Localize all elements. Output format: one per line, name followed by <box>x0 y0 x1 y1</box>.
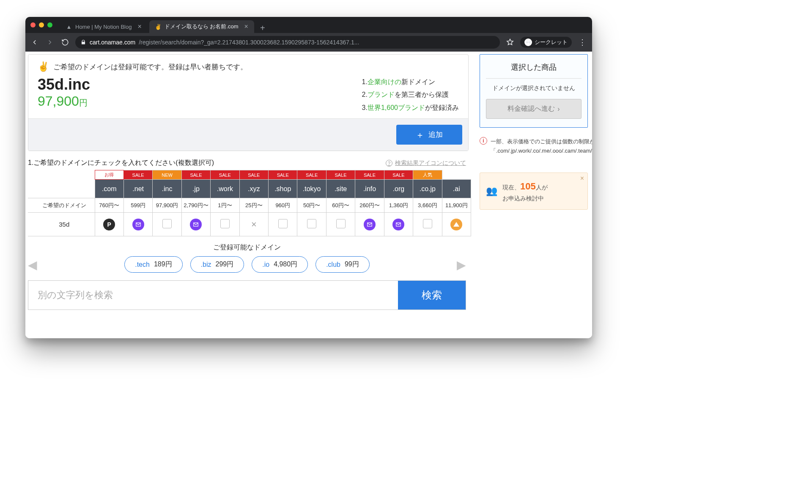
availability-cell[interactable] <box>181 213 210 236</box>
popularity-popup: × 👥 現在、105人が お申込み検討中 <box>480 173 588 210</box>
badge-row: お得SALENEWSALESALESALESALESALESALESALESAL… <box>28 170 471 180</box>
availability-cell[interactable] <box>442 213 471 236</box>
suggestion-pill[interactable]: .tech189円 <box>124 256 182 273</box>
tab-strip: ▲ Home | My Notion Blog × ✌ ドメイン取るなら お名前… <box>60 17 269 33</box>
close-tab-icon[interactable]: × <box>137 23 141 30</box>
tld-header[interactable]: .com <box>95 180 123 198</box>
badge-cell: SALE <box>384 170 413 180</box>
sidebar: 選択した商品 ドメインが選択されていません 料金確認へ進む › i 一部、表示価… <box>480 52 588 310</box>
badge-cell: SALE <box>123 170 152 180</box>
tld-header[interactable]: .org <box>384 180 413 198</box>
badge-cell: SALE <box>211 170 239 180</box>
availability-cell[interactable] <box>384 213 413 236</box>
availability-cell[interactable] <box>211 213 239 236</box>
tld-price: 97,900円 <box>153 198 181 213</box>
badge-cell: SALE <box>297 170 326 180</box>
chevron-right-icon[interactable]: ▶ <box>457 257 466 271</box>
minimize-window-button[interactable] <box>39 22 44 27</box>
pill-tld: .club <box>326 261 340 268</box>
tld-header[interactable]: .xyz <box>239 180 268 198</box>
new-tab-button[interactable]: + <box>256 23 269 33</box>
checkbox[interactable] <box>336 219 346 228</box>
availability-cell[interactable] <box>123 213 152 236</box>
tld-header[interactable]: .tokyo <box>297 180 326 198</box>
tld-table: お得SALENEWSALESALESALESALESALESALESALESAL… <box>28 170 471 236</box>
selected-title: 選択した商品 <box>486 62 582 79</box>
section-title: 1.ご希望のドメインにチェックを入れてください(複数選択可) <box>28 159 214 167</box>
badge-cell: NEW <box>153 170 181 180</box>
titlebar: ▲ Home | My Notion Blog × ✌ ドメイン取るなら お名前… <box>25 17 592 33</box>
tld-header[interactable]: .net <box>123 180 152 198</box>
row-domain: 35d <box>28 213 95 236</box>
availability-cell[interactable]: P <box>95 213 123 236</box>
add-button[interactable]: ＋ 追加 <box>396 125 462 145</box>
availability-cell[interactable] <box>355 213 384 236</box>
availability-cell[interactable] <box>413 213 442 236</box>
tab-notion[interactable]: ▲ Home | My Notion Blog × <box>60 20 148 33</box>
pill-price: 189円 <box>154 260 172 269</box>
p-badge-icon[interactable]: P <box>103 219 115 230</box>
back-button[interactable] <box>30 37 40 47</box>
close-window-button[interactable] <box>30 22 36 27</box>
search-button[interactable]: 検索 <box>398 281 466 310</box>
lock-icon <box>80 39 86 45</box>
tab-label: Home | My Notion Blog <box>75 24 132 30</box>
availability-cell[interactable] <box>297 213 326 236</box>
suggestion-pill[interactable]: .io4,980円 <box>252 256 308 273</box>
badge-cell: 人気 <box>413 170 442 180</box>
reload-button[interactable] <box>60 37 70 47</box>
info-icon: i <box>480 137 487 145</box>
checkbox[interactable] <box>220 219 230 228</box>
tld-header[interactable]: .jp <box>181 180 210 198</box>
address-bar[interactable]: cart.onamae.com/register/search/domain?_… <box>75 36 500 49</box>
mail-icon[interactable] <box>190 219 202 230</box>
features-list: 1.企業向けの新ドメイン 2.ブランドを第三者から保護 3.世界1,600ブラン… <box>362 76 459 114</box>
add-button-label: 追加 <box>428 130 443 140</box>
mail-icon[interactable] <box>392 219 404 230</box>
chevron-left-icon[interactable]: ◀ <box>28 257 37 271</box>
tld-header[interactable]: .ai <box>442 180 471 198</box>
suggestion-pill[interactable]: .biz299円 <box>190 256 244 273</box>
checkbox[interactable] <box>162 219 172 228</box>
checkbox[interactable] <box>278 219 288 228</box>
availability-cell[interactable] <box>269 213 297 236</box>
tld-price: 1円〜 <box>211 198 239 213</box>
menu-button[interactable]: ⋮ <box>577 38 588 47</box>
maximize-window-button[interactable] <box>47 22 52 27</box>
tld-header[interactable]: .work <box>211 180 239 198</box>
selected-card: 選択した商品 ドメインが選択されていません 料金確認へ進む › <box>480 54 588 128</box>
url-path: /register/search/domain?_ga=2.21743801.3… <box>139 39 359 46</box>
checkbox[interactable] <box>423 219 432 228</box>
close-tab-icon[interactable]: × <box>244 23 248 30</box>
availability-cell[interactable] <box>326 213 355 236</box>
tab-label: ドメイン取るなら お名前.com <box>165 23 239 30</box>
tld-price: 1,360円 <box>384 198 413 213</box>
availability-cell[interactable] <box>153 213 181 236</box>
tld-header[interactable]: .site <box>326 180 355 198</box>
pill-price: 299円 <box>216 260 234 269</box>
favicon-onamae: ✌ <box>155 24 161 30</box>
tld-header[interactable]: .co.jp <box>413 180 442 198</box>
tld-header[interactable]: .info <box>355 180 384 198</box>
tld-header[interactable]: .inc <box>153 180 181 198</box>
forward-button[interactable] <box>45 37 55 47</box>
checkbox[interactable] <box>307 219 316 228</box>
favicon-notion: ▲ <box>66 24 72 30</box>
page: ✌ ご希望のドメインは登録可能です。登録は早い者勝ちです。 35d.inc 97… <box>25 52 592 338</box>
badge-cell <box>442 170 471 180</box>
close-icon[interactable]: × <box>580 175 584 182</box>
suggestion-pill[interactable]: .club99円 <box>315 256 370 273</box>
mail-icon[interactable] <box>364 219 376 230</box>
incognito-badge: 🕶 シークレット <box>520 37 572 48</box>
search-input[interactable] <box>28 281 398 310</box>
pill-price: 4,980円 <box>274 260 297 269</box>
main-column: ✌ ご希望のドメインは登録可能です。登録は早い者勝ちです。 35d.inc 97… <box>25 52 469 310</box>
proceed-button[interactable]: 料金確認へ進む › <box>486 99 582 119</box>
star-button[interactable] <box>505 37 515 47</box>
triangle-icon[interactable] <box>450 219 462 230</box>
domain-price: 97,900円 <box>38 93 90 109</box>
help-link[interactable]: ? 検索結果アイコンについて <box>386 159 466 167</box>
tab-onamae[interactable]: ✌ ドメイン取るなら お名前.com × <box>149 20 254 33</box>
tld-header[interactable]: .shop <box>269 180 297 198</box>
mail-icon[interactable] <box>132 219 144 230</box>
